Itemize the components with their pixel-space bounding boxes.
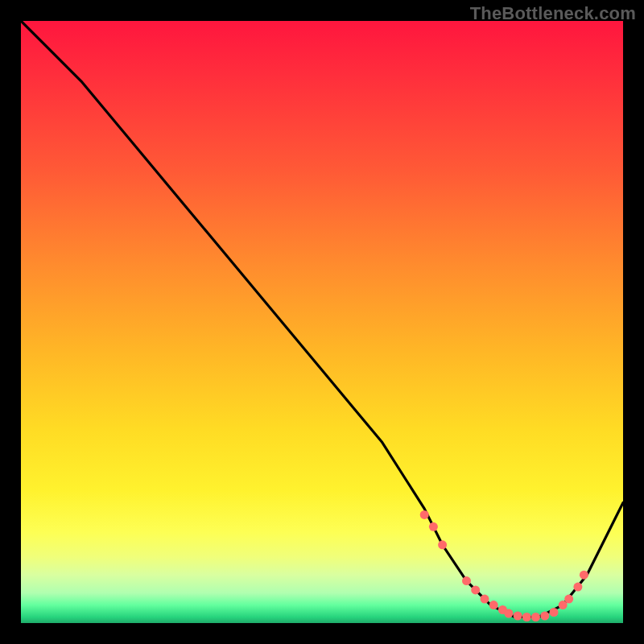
marker-dot <box>580 571 588 580</box>
marker-dot <box>481 595 489 604</box>
plot-area <box>21 21 623 623</box>
marker-dot <box>564 595 573 604</box>
marker-dot <box>420 510 429 519</box>
highlight-dots <box>420 510 588 621</box>
marker-dot <box>471 585 480 594</box>
marker-dot <box>462 576 471 585</box>
chart-frame: TheBottleneck.com <box>0 0 644 644</box>
marker-dot <box>573 583 582 592</box>
marker-dot <box>514 612 522 621</box>
marker-dot <box>504 609 513 618</box>
bottleneck-curve <box>21 21 623 617</box>
marker-dot <box>540 612 549 621</box>
marker-dot <box>429 522 438 531</box>
attribution-label: TheBottleneck.com <box>470 3 636 24</box>
marker-dot <box>438 540 447 549</box>
curve-layer <box>21 21 623 623</box>
marker-dot <box>522 613 531 621</box>
marker-dot <box>489 601 498 609</box>
marker-dot <box>531 613 540 621</box>
marker-dot <box>550 608 559 617</box>
